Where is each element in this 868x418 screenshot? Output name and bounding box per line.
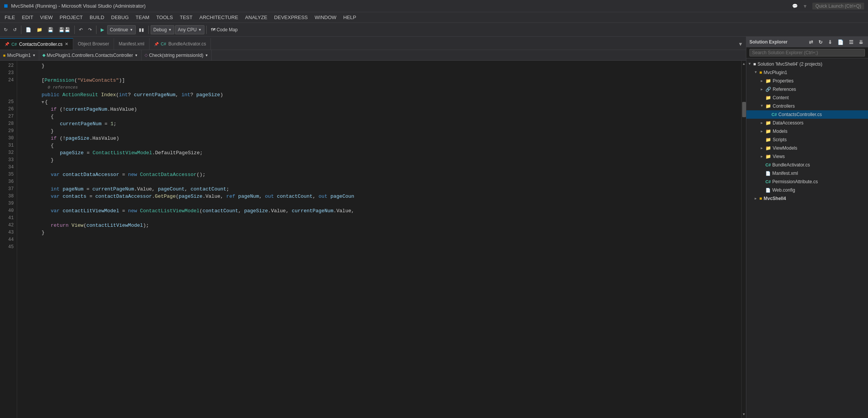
toolbar-undo[interactable]: ↶ — [77, 26, 85, 34]
se-search-input[interactable] — [749, 49, 865, 56]
se-arrow-mvcplugin1: ► — [754, 71, 758, 74]
se-collapse-button[interactable]: ⇓ — [826, 39, 834, 46]
menu-help[interactable]: HELP — [340, 13, 359, 21]
toolbar-open[interactable]: 📁 — [34, 26, 45, 34]
se-item-bundle-activator[interactable]: C# BundleActivator.cs — [746, 161, 868, 169]
toolbar-saveall[interactable]: 💾💾 — [56, 26, 72, 34]
se-sync-button[interactable]: ⇄ — [807, 39, 815, 46]
menu-architecture[interactable]: ARCHITECTURE — [196, 13, 241, 21]
line-37: 37 — [3, 186, 14, 193]
menu-test[interactable]: TEST — [177, 13, 196, 21]
nav-class-arrow-icon: ▼ — [135, 53, 138, 57]
tab-object-browser[interactable]: Object Browser — [73, 38, 114, 50]
line-24: 24 — [3, 77, 14, 84]
toolbar-platform-dropdown[interactable]: Any CPU ▼ — [175, 25, 204, 34]
code-content[interactable]: } [Permission("ViewContacts")] 0 referen… — [17, 61, 741, 418]
se-item-viewmodels[interactable]: ► 📁 ViewModels — [746, 144, 868, 152]
se-item-references[interactable]: ► 🔗 References — [746, 85, 868, 94]
menu-tools[interactable]: TOOLS — [153, 13, 176, 21]
se-view-all-button[interactable]: ☰ — [847, 39, 855, 46]
se-arrow-models: ► — [760, 129, 764, 133]
se-arrow-views: ► — [760, 155, 764, 158]
menu-file[interactable]: FILE — [2, 13, 18, 21]
se-item-content[interactable]: 📁 Content — [746, 94, 868, 102]
se-item-properties[interactable]: ► 📁 Properties — [746, 77, 868, 85]
tab-bundle-activator[interactable]: 📌 C# BundleActivator.cs — [149, 38, 211, 50]
nav-method-icon: ◇ — [145, 53, 148, 58]
fold-26-icon[interactable]: ▼ — [42, 100, 44, 105]
code-line-38: int pageNum = currentPageNum.Value, page… — [23, 186, 741, 193]
se-folder-scripts-icon: 📁 — [765, 137, 771, 142]
code-line-41: var contactLitViewModel = new ContactLis… — [23, 207, 741, 215]
toolbar-pause[interactable]: ▮▮ — [137, 26, 146, 34]
quick-launch[interactable]: Quick Launch (Ctrl+Q) — [812, 3, 864, 10]
toolbar-back[interactable]: ↻ — [2, 26, 10, 34]
tab-bar: 📌 C# ContactsController.cs ✕ Object Brow… — [0, 37, 746, 50]
se-expand-button[interactable]: ⇊ — [857, 39, 865, 46]
se-arrow-mvcshell4: ► — [754, 197, 758, 200]
line-36: 36 — [3, 178, 14, 186]
nav-class-dropdown[interactable]: ◆ MvcPlugin1.Controllers.ContactsControl… — [39, 50, 141, 61]
toolbar-debug-dropdown[interactable]: Debug ▼ — [151, 25, 174, 34]
se-folder-content-icon: 📁 — [765, 95, 771, 100]
scroll-thumb[interactable] — [742, 102, 746, 117]
se-item-dataaccessors[interactable]: ► 📁 DataAccessors — [746, 119, 868, 127]
scroll-track[interactable] — [742, 68, 746, 411]
line-24-hint — [3, 84, 14, 98]
menu-window[interactable]: WINDOW — [312, 13, 339, 21]
tab-close-icon[interactable]: ✕ — [65, 42, 68, 47]
code-line-39: var contacts = contactDataAccessor.GetPa… — [23, 193, 741, 200]
se-item-contacts-controller[interactable]: C# ContactsController.cs — [746, 110, 868, 119]
code-line-37 — [23, 178, 741, 186]
se-item-manifest-xml[interactable]: 📄 Manifest.xml — [746, 169, 868, 178]
se-item-web-config[interactable]: 📄 Web.config — [746, 186, 868, 194]
se-refresh-button[interactable]: ↻ — [817, 39, 825, 46]
toolbar-new[interactable]: 📄 — [23, 26, 34, 34]
menu-project[interactable]: PROJECT — [56, 13, 86, 21]
se-props-button[interactable]: 📄 — [836, 39, 845, 46]
se-search-bar — [746, 47, 868, 58]
se-item-scripts[interactable]: 📁 Scripts — [746, 136, 868, 144]
se-item-solution[interactable]: ► ■ Solution 'MvcShell4' (2 projects) — [746, 60, 868, 68]
menu-analyze[interactable]: ANALYZE — [242, 13, 270, 21]
line-45: 45 — [3, 244, 14, 251]
menu-devexpress[interactable]: DEVEXPRESS — [271, 13, 311, 21]
scroll-up-button[interactable]: ▲ — [742, 61, 746, 68]
se-xml-manifest-icon: 📄 — [765, 171, 771, 176]
code-line-30: } — [23, 127, 741, 135]
se-project2-icon: ■ — [759, 196, 762, 201]
toolbar-codemap[interactable]: 🗺 Code Map — [209, 26, 240, 34]
nav-method-arrow-icon: ▼ — [205, 53, 208, 57]
scroll-down-button[interactable]: ▼ — [742, 411, 746, 418]
line-numbers: 22 23 24 25 26 27 28 29 30 31 32 33 34 3… — [0, 61, 17, 418]
tab-manifest-xml[interactable]: Manifest.xml — [114, 38, 149, 50]
se-item-mvcplugin1[interactable]: ► ■ MvcPlugin1 — [746, 68, 868, 77]
menu-debug[interactable]: DEBUG — [108, 13, 132, 21]
nav-project-arrow-icon: ▼ — [32, 53, 36, 57]
toolbar-start[interactable]: ▶ — [98, 26, 106, 34]
menu-edit[interactable]: EDIT — [19, 13, 36, 21]
se-item-mvcshell4[interactable]: ► ■ MvcShell4 — [746, 194, 868, 203]
menu-view[interactable]: VIEW — [37, 13, 56, 21]
toolbar-continue-dropdown[interactable]: Continue ▼ — [107, 25, 136, 34]
vs-logo-icon: ■ — [4, 2, 8, 10]
menu-team[interactable]: TEAM — [133, 13, 153, 21]
se-item-views[interactable]: ► 📁 Views — [746, 152, 868, 161]
tab-overflow-button[interactable]: ▼ — [735, 38, 746, 50]
line-41: 41 — [3, 215, 14, 222]
chat-icon[interactable]: 💬 — [792, 3, 798, 9]
se-folder-viewmodels-icon: 📁 — [765, 145, 771, 151]
nav-class-icon: ◆ — [42, 53, 45, 58]
toolbar-redo[interactable]: ↷ — [86, 26, 94, 34]
menu-build[interactable]: BUILD — [87, 13, 107, 21]
se-item-models[interactable]: ► 📁 Models — [746, 127, 868, 136]
se-item-permission-attr[interactable]: C# PermissionAttribute.cs — [746, 178, 868, 186]
se-item-controllers[interactable]: ► 📁 Controllers — [746, 102, 868, 110]
filter-icon[interactable]: ▿ — [804, 3, 806, 9]
nav-project-dropdown[interactable]: ■ MvcPlugin1 ▼ — [0, 50, 39, 61]
code-line-42 — [23, 215, 741, 222]
toolbar-forward[interactable]: ↺ — [11, 26, 19, 34]
toolbar-save[interactable]: 💾 — [45, 26, 56, 34]
tab-contacts-controller[interactable]: 📌 C# ContactsController.cs ✕ — [0, 38, 73, 50]
nav-method-dropdown[interactable]: ◇ Check(string permissionId) ▼ — [141, 50, 212, 61]
